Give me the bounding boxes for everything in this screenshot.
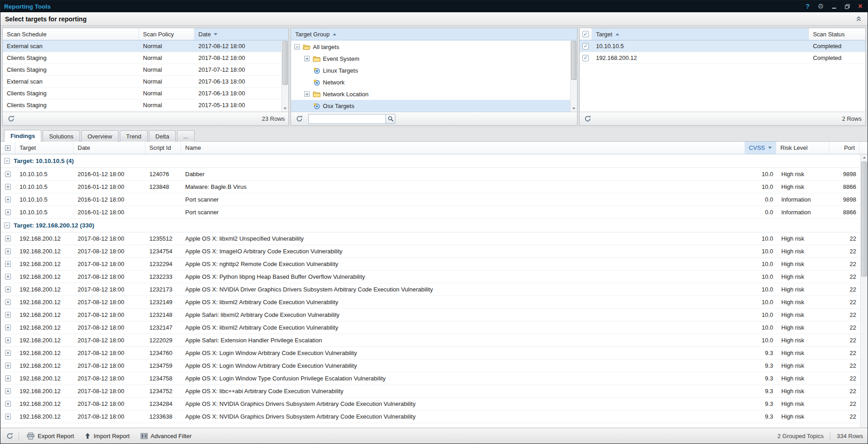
import-report-button[interactable]: Import Report	[82, 431, 133, 441]
schedule-row[interactable]: Clients StagingNormal2017-05-13 18:00	[3, 99, 281, 111]
column-header-cvss[interactable]: CVSS	[745, 142, 776, 154]
expand-row-icon[interactable]: +	[5, 388, 11, 394]
close-icon[interactable]: ×	[857, 3, 864, 10]
finding-row[interactable]: +192.168.200.122017-08-12 18:001234284Ap…	[0, 398, 860, 410]
export-report-button[interactable]: Export Report	[24, 431, 77, 441]
expand-row-icon[interactable]: +	[5, 261, 11, 267]
expand-row-icon[interactable]: +	[5, 401, 11, 407]
tab-trend[interactable]: Trend	[120, 130, 148, 142]
tree-collapse-icon[interactable]: −	[294, 44, 300, 49]
refresh-icon[interactable]	[5, 431, 14, 440]
select-all-checkbox[interactable]	[582, 31, 589, 37]
tree-item[interactable]: Network	[291, 76, 570, 88]
column-header-script-id[interactable]: Script Id	[145, 142, 181, 154]
column-header-expand[interactable]	[0, 142, 15, 154]
findings-scrollbar[interactable]	[860, 154, 868, 428]
expand-row-icon[interactable]: +	[5, 414, 11, 419]
findings-group-header[interactable]: −Target: 192.168.200.12 (330)	[0, 219, 860, 232]
schedule-row[interactable]: Clients StagingNormal2017-08-12 18:00	[3, 52, 281, 64]
schedule-row[interactable]: External scanNormal2017-06-13 18:00	[3, 76, 281, 88]
finding-row[interactable]: +192.168.200.122017-08-12 18:001232294Ap…	[0, 258, 860, 271]
column-header-checkbox[interactable]	[580, 28, 592, 40]
expand-row-icon[interactable]: +	[5, 209, 11, 215]
target-group-scrollbar[interactable]	[570, 40, 577, 112]
finding-row[interactable]: +10.10.10.52016-01-12 18:00Port scanner0…	[0, 193, 860, 206]
finding-row[interactable]: +10.10.10.52016-01-12 18:00123848Malware…	[0, 181, 860, 193]
tree-item[interactable]: +Event System	[291, 53, 570, 64]
expand-row-icon[interactable]: +	[5, 286, 11, 292]
finding-row[interactable]: +192.168.200.122017-08-12 18:001232173Ap…	[0, 283, 860, 296]
refresh-icon[interactable]	[583, 114, 592, 123]
finding-row[interactable]: +192.168.200.122017-08-12 18:001232147Ap…	[0, 321, 860, 334]
findings-group-header[interactable]: −Target: 10.10.10.5 (4)	[0, 154, 860, 168]
column-header-scan-policy[interactable]: Scan Policy	[139, 28, 194, 40]
scroll-up-icon[interactable]	[861, 154, 868, 161]
tab-overview[interactable]: Overview	[81, 130, 118, 142]
refresh-icon[interactable]	[295, 114, 304, 123]
expand-row-icon[interactable]: +	[5, 375, 11, 381]
collapse-group-icon[interactable]: −	[4, 158, 10, 164]
tree-item[interactable]: +Network Location	[291, 88, 570, 100]
scroll-down-icon[interactable]	[571, 105, 577, 112]
column-header-target[interactable]: Target	[592, 28, 809, 40]
finding-row[interactable]: +192.168.200.122017-08-12 18:001232233Ap…	[0, 271, 860, 283]
column-header-date[interactable]: Date	[74, 142, 145, 154]
row-checkbox[interactable]	[582, 43, 589, 49]
expand-row-icon[interactable]: +	[5, 337, 11, 343]
tree-item[interactable]: −All targets	[291, 41, 570, 53]
schedules-scrollbar[interactable]	[281, 40, 288, 112]
column-header-name[interactable]: Name	[181, 142, 745, 154]
tab-findings[interactable]: Findings	[4, 130, 41, 142]
finding-row[interactable]: +192.168.200.122017-08-12 18:001232149Ap…	[0, 296, 860, 309]
tree-item[interactable]: Osx Targets	[291, 100, 570, 112]
finding-row[interactable]: +192.168.200.122017-08-12 18:001234759Ap…	[0, 360, 860, 372]
schedule-row[interactable]: Clients StagingNormal2017-07-12 18:00	[3, 64, 281, 76]
row-checkbox[interactable]	[582, 55, 589, 61]
column-header-risk-level[interactable]: Risk Level	[776, 142, 829, 154]
advanced-filter-button[interactable]: Advanced Filter	[138, 431, 195, 441]
schedule-row[interactable]: Clients StagingNormal2017-06-13 18:00	[3, 88, 281, 99]
schedule-row[interactable]: External scanNormal2017-08-12 18:00	[3, 40, 281, 52]
collapse-panel-icon[interactable]	[854, 15, 863, 24]
restore-icon[interactable]	[843, 3, 851, 10]
expand-row-icon[interactable]: +	[5, 350, 11, 356]
scrollbar-thumb[interactable]	[571, 41, 577, 80]
target-group-search-input[interactable]	[308, 114, 385, 124]
minimize-icon[interactable]	[830, 3, 838, 10]
expand-row-icon[interactable]: +	[5, 299, 11, 305]
column-header-date[interactable]: Date	[194, 28, 288, 40]
tree-expand-icon[interactable]: +	[304, 56, 310, 61]
expand-row-icon[interactable]: +	[5, 184, 11, 190]
tab-more[interactable]: ...	[177, 130, 195, 142]
expand-row-icon[interactable]: +	[5, 236, 11, 242]
target-row[interactable]: 10.10.10.5Completed	[580, 40, 865, 52]
column-header-scan-schedule[interactable]: Scan Schedule	[3, 28, 139, 40]
scrollbar-thumb[interactable]	[861, 162, 867, 276]
expand-row-icon[interactable]: +	[5, 274, 11, 280]
column-header-port[interactable]: Port	[829, 142, 859, 154]
expand-row-icon[interactable]: +	[5, 248, 11, 254]
expand-row-icon[interactable]: +	[5, 325, 11, 331]
expand-row-icon[interactable]: +	[5, 171, 11, 177]
settings-gear-icon[interactable]: ⚙	[817, 3, 824, 10]
refresh-icon[interactable]	[6, 114, 15, 123]
column-header-scan-status[interactable]: Scan Status	[809, 28, 865, 40]
column-header-target-group[interactable]: Target Group	[291, 28, 577, 40]
finding-row[interactable]: +10.10.10.52016-01-12 18:00Port scanner0…	[0, 206, 860, 219]
help-icon[interactable]: ?	[804, 3, 811, 10]
scrollbar-thumb[interactable]	[282, 41, 288, 85]
finding-row[interactable]: +192.168.200.122017-08-12 18:001235512Ap…	[0, 232, 860, 245]
finding-row[interactable]: +192.168.200.122017-08-12 18:001234752Ap…	[0, 385, 860, 398]
tree-expand-icon[interactable]: +	[304, 91, 310, 97]
scroll-down-icon[interactable]	[282, 105, 288, 112]
expand-row-icon[interactable]: +	[5, 363, 11, 369]
finding-row[interactable]: +192.168.200.122017-08-12 18:001234754Ap…	[0, 245, 860, 258]
collapse-group-icon[interactable]: −	[4, 222, 10, 228]
finding-row[interactable]: +192.168.200.122017-08-12 18:001233638Ap…	[0, 410, 860, 423]
tab-delta[interactable]: Delta	[149, 130, 175, 142]
column-header-target[interactable]: Target	[15, 142, 74, 154]
finding-row[interactable]: +192.168.200.122017-08-12 18:001232148Ap…	[0, 309, 860, 321]
target-row[interactable]: 192.168.200.12Completed	[580, 52, 865, 64]
expand-row-icon[interactable]: +	[5, 197, 11, 202]
expand-row-icon[interactable]: +	[5, 312, 11, 318]
